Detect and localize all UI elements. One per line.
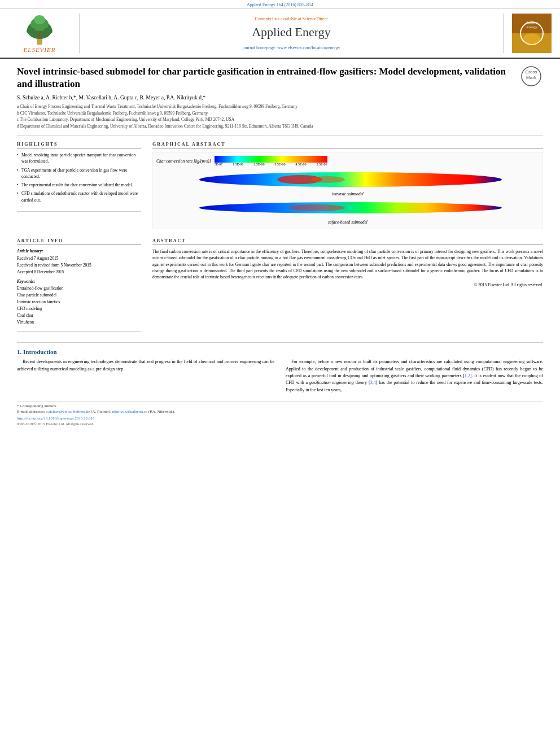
cb-val-5: 5.5E-06 [316, 163, 327, 166]
article-info-heading: ARTICLE INFO [17, 238, 141, 245]
graphical-abstract-col: GRAPHICAL ABSTRACT Char conversion rate … [152, 142, 543, 235]
flame-bottom-icon [156, 198, 539, 218]
abstract-heading: ABSTRACT [152, 238, 543, 245]
intro-heading: 1. Introduction [17, 348, 543, 355]
affiliation-b: b CIC Virtuhcon, Technische Universität … [17, 111, 515, 117]
svg-point-5 [43, 28, 53, 34]
email-footnote: E-mail addresses: a.richter@vtc.tu-freib… [17, 409, 543, 414]
email2-name: (P.A. Nikrityuk). [148, 409, 175, 414]
svg-text:Energy: Energy [526, 25, 537, 29]
journal-header: ELSEVIER Contents lists available at Sci… [0, 9, 560, 59]
colorbar [215, 156, 327, 163]
abstract-text: The final carbon conversion rate is of c… [152, 248, 543, 280]
footnotes-section: * Corresponding authors. E-mail addresse… [17, 401, 543, 426]
corresponding-note: * Corresponding authors. [17, 404, 543, 408]
keyword-0: Entrained-flow gasification [17, 285, 141, 292]
svg-point-20 [288, 204, 345, 211]
sciencedirect-label: Contents lists available at ScienceDirec… [255, 16, 328, 21]
svg-point-19 [199, 202, 502, 213]
journal-title: Applied Energy [252, 25, 331, 40]
email1-link[interactable]: a.richter@vtc.tu-freiberg.de [46, 409, 90, 414]
highlights-section: HIGHLIGHTS Model resolving intra-particl… [17, 142, 141, 212]
article-info-col: ARTICLE INFO Article history: Received 7… [17, 238, 141, 338]
ga-intrinsic-label: intrinsic submodel [156, 191, 539, 196]
svg-text:Applied: Applied [526, 21, 537, 24]
svg-point-4 [27, 28, 36, 34]
cb-val-3: 3.5E-06 [274, 163, 285, 166]
crossmark-icon: Cross Mark [520, 65, 542, 87]
svg-text:Cross: Cross [526, 69, 537, 75]
article-history-label: Article history: [17, 248, 141, 254]
article-body: Novel intrinsic-based submodel for char … [0, 59, 560, 433]
info-abstract-row: ARTICLE INFO Article history: Received 7… [17, 238, 543, 338]
emails-label: E-mail addresses: [17, 409, 45, 414]
elsevier-wordmark: ELSEVIER [24, 46, 56, 53]
highlight-1: Model resolving intra-particle species t… [17, 152, 141, 165]
ga-surface-row [156, 198, 539, 218]
keyword-1: Char particle submodel [17, 292, 141, 299]
doi-link[interactable]: http://dx.doi.org/10.1016/j.apenergy.201… [17, 416, 543, 421]
keyword-4: Coal char [17, 312, 141, 319]
highlight-3: The experimental results for char conver… [17, 182, 141, 188]
keywords-list: Entrained-flow gasification Char particl… [17, 285, 141, 326]
journal-homepage: journal homepage: www.elsevier.com/locat… [242, 45, 340, 50]
article-title-section: Novel intrinsic-based submodel for char … [17, 65, 543, 136]
article-info-section: ARTICLE INFO Article history: Received 7… [17, 238, 141, 332]
highlight-2: TGA experiments of char particle convers… [17, 167, 141, 180]
svg-point-16 [199, 172, 502, 187]
colorbar-container: 5E-07 1.5E-06 2.5E-06 3.5E-06 4.5E-06 5.… [215, 156, 327, 168]
keyword-3: CFD modeling [17, 305, 141, 312]
elsevier-logo-area: ELSEVIER [6, 14, 73, 53]
keyword-2: Intrinsic reaction kinetics [17, 299, 141, 305]
abstract-copyright: © 2015 Elsevier Ltd. All rights reserved… [152, 282, 543, 287]
journal-title-area: Contents lists available at ScienceDirec… [79, 14, 504, 53]
cb-val-4: 4.5E-06 [295, 163, 306, 166]
highlights-list: Model resolving intra-particle species t… [17, 152, 141, 203]
accepted-date: Accepted 8 December 2015 [17, 269, 141, 276]
keywords-label: Keywords: [17, 279, 141, 284]
elsevier-tree-icon [20, 14, 59, 45]
graphical-abstract-section: GRAPHICAL ABSTRACT Char conversion rate … [152, 142, 543, 229]
highlights-abstract-row: HIGHLIGHTS Model resolving intra-particl… [17, 142, 543, 235]
flame-top-icon [156, 170, 539, 190]
cb-val-0: 5E-07 [215, 163, 223, 166]
email2-link[interactable]: nikrityuk@ualberta.ca [112, 409, 147, 414]
graphical-abstract-heading: GRAPHICAL ABSTRACT [152, 142, 543, 148]
ga-content: Char conversion rate [kg/(m²s)] 5E-07 1.… [152, 152, 543, 229]
abstract-col: ABSTRACT The final carbon conversion rat… [152, 238, 543, 338]
highlights-heading: HIGHLIGHTS [17, 142, 141, 148]
ref-3-4[interactable]: 3,4 [370, 380, 376, 385]
highlight-4: CFD simulations of endothermic reactor w… [17, 190, 141, 203]
abstract-section: ABSTRACT The final carbon conversion rat… [152, 238, 543, 287]
affiliation-d: d Department of Chemical and Materials E… [17, 124, 515, 130]
article-history-dates: Received 7 August 2015 Received in revis… [17, 255, 141, 276]
intro-right-text: For example, before a new reactor is bui… [286, 359, 543, 394]
affiliation-a: a Chair of Energy Process Engineering an… [17, 104, 515, 110]
affiliation-c: c The Combustion Laboratory, Department … [17, 117, 515, 123]
colorbar-row: Char conversion rate [kg/(m²s)] 5E-07 1.… [156, 156, 539, 168]
cb-val-2: 2.5E-06 [253, 163, 264, 166]
svg-rect-6 [38, 31, 41, 38]
section-divider [17, 342, 543, 343]
colorbar-labels: 5E-07 1.5E-06 2.5E-06 3.5E-06 4.5E-06 5.… [215, 163, 327, 166]
intro-left-col: Recent developments in engineering techn… [17, 359, 274, 396]
intro-right-col: For example, before a new reactor is bui… [286, 359, 543, 396]
applied-energy-logo-area: Applied Energy [509, 14, 554, 53]
article-title: Novel intrinsic-based submodel for char … [17, 65, 515, 90]
ga-surface-label: suface-based submodel [156, 220, 539, 225]
ref-1-2[interactable]: 1,2 [465, 373, 470, 378]
received-date: Received 7 August 2015 [17, 255, 141, 262]
authors-line: S. Schulze a, A. Richter b,*, M. Vascell… [17, 95, 515, 101]
crossmark-area: Cross Mark [520, 65, 543, 88]
keyword-5: Virtuhcon [17, 319, 141, 326]
issn-line: 0306-2619/© 2015 Elsevier Ltd. All right… [17, 422, 543, 426]
intro-left-text: Recent developments in engineering techn… [17, 359, 274, 373]
ga-y-label: Char conversion rate [kg/(m²s)] [156, 159, 211, 164]
highlights-col: HIGHLIGHTS Model resolving intra-particl… [17, 142, 141, 235]
svg-point-3 [34, 15, 45, 24]
cb-val-1: 1.5E-06 [233, 163, 243, 166]
journal-citation: Applied Energy 164 (2016) 805–814 [247, 2, 313, 7]
introduction-section: 1. Introduction Recent developments in e… [17, 348, 543, 396]
journal-top-bar: Applied Energy 164 (2016) 805–814 [0, 0, 560, 9]
article-title-text: Novel intrinsic-based submodel for char … [17, 65, 515, 130]
